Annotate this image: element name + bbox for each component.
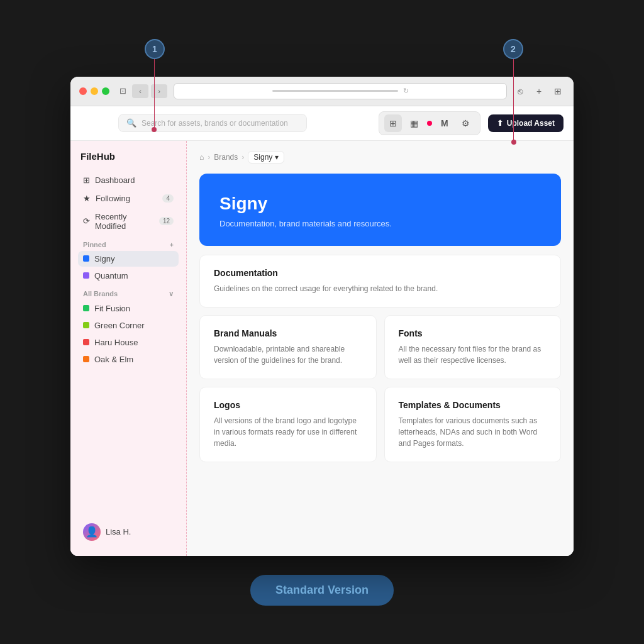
maximize-button[interactable] bbox=[102, 87, 109, 95]
pinned-section-header: Pinned + bbox=[78, 236, 179, 251]
hero-subtitle: Documentation, brand materials and resou… bbox=[219, 219, 541, 228]
recently-modified-icon: ⟳ bbox=[83, 216, 90, 226]
sidebar-item-signy[interactable]: Signy bbox=[78, 251, 179, 267]
upload-label: Upload Asset bbox=[507, 119, 555, 128]
browser-window: ⊡ ‹ › ↻ ⎋ + ⊞ 🔍 Search for assets, brand… bbox=[70, 77, 574, 556]
haru-house-dot bbox=[83, 339, 89, 345]
breadcrumb: ⌂ › Brands › Signy ▾ bbox=[199, 151, 561, 164]
upload-icon: ⬆ bbox=[497, 119, 503, 128]
search-placeholder: Search for assets, brands or documentati… bbox=[142, 119, 288, 128]
breadcrumb-sep-1: › bbox=[208, 153, 210, 162]
main-content: ⌂ › Brands › Signy ▾ Signy Documentation… bbox=[187, 141, 574, 556]
address-bar[interactable]: ↻ bbox=[174, 83, 507, 99]
breadcrumb-brands[interactable]: Brands bbox=[214, 153, 238, 162]
minimize-button[interactable] bbox=[91, 87, 98, 95]
documentation-title: Documentation bbox=[214, 268, 547, 278]
documentation-desc: Guidelines on the correct usage for ever… bbox=[214, 283, 547, 294]
standard-version-label: Standard Version bbox=[275, 584, 369, 596]
fonts-title: Fonts bbox=[399, 328, 547, 338]
user-avatar-img: 👤 bbox=[86, 526, 98, 538]
brand-manuals-desc: Downloadable, printable and shareable ve… bbox=[214, 343, 362, 366]
sidebar-item-following[interactable]: ★ Following 4 bbox=[78, 190, 179, 207]
cards-row-2: Logos All versions of the brand logo and… bbox=[199, 387, 561, 462]
documentation-card[interactable]: Documentation Guidelines on the correct … bbox=[199, 255, 561, 308]
sidebar-item-green-corner[interactable]: Green Corner bbox=[78, 318, 179, 333]
fit-fusion-label: Fit Fusion bbox=[94, 304, 130, 313]
breadcrumb-current[interactable]: Signy ▾ bbox=[248, 151, 284, 164]
medium-icon-button[interactable]: M bbox=[436, 114, 453, 132]
user-profile[interactable]: 👤 Lisa H. bbox=[78, 518, 179, 546]
green-corner-dot bbox=[83, 322, 89, 328]
home-icon[interactable]: ⌂ bbox=[199, 153, 204, 162]
sidebar-label-dashboard: Dashboard bbox=[95, 175, 135, 185]
back-button[interactable]: ‹ bbox=[132, 84, 148, 98]
hero-title: Signy bbox=[219, 194, 541, 214]
app-toolbar: 🔍 Search for assets, brands or documenta… bbox=[70, 106, 574, 141]
breadcrumb-dropdown-icon: ▾ bbox=[275, 153, 279, 162]
annotation-2: 2 bbox=[503, 39, 523, 59]
search-icon: 🔍 bbox=[126, 118, 136, 128]
sidebar-item-quantum[interactable]: Quantum bbox=[78, 268, 179, 284]
sidebar-toggle-icon[interactable]: ⊡ bbox=[116, 84, 130, 98]
sidebar-item-haru-house[interactable]: Haru House bbox=[78, 335, 179, 350]
url-text bbox=[272, 90, 398, 92]
user-name: Lisa H. bbox=[106, 527, 131, 536]
all-brands-section-header: All Brands ∨ bbox=[78, 285, 179, 301]
sidebar-item-oak-elm[interactable]: Oak & Elm bbox=[78, 352, 179, 367]
fit-fusion-dot bbox=[83, 305, 89, 311]
hero-card: Signy Documentation, brand materials and… bbox=[199, 174, 561, 246]
filter-button[interactable]: ▦ bbox=[406, 114, 423, 132]
app-logo: FileHub bbox=[78, 151, 179, 162]
breadcrumb-current-label: Signy bbox=[253, 153, 272, 162]
templates-title: Templates & Documents bbox=[399, 400, 547, 410]
search-bar[interactable]: 🔍 Search for assets, brands or documenta… bbox=[118, 114, 307, 132]
dashboard-icon: ⊞ bbox=[83, 175, 90, 185]
traffic-lights bbox=[79, 87, 109, 95]
sidebar-item-recently-modified[interactable]: ⟳ Recently Modified 12 bbox=[78, 208, 179, 235]
sidebar-item-dashboard[interactable]: ⊞ Dashboard bbox=[78, 172, 179, 189]
fonts-desc: All the necessary font files for the bra… bbox=[399, 343, 547, 366]
options-button[interactable]: ⚙ bbox=[457, 114, 475, 132]
extensions-button[interactable]: ⊞ bbox=[551, 84, 565, 98]
all-brands-label: All Brands bbox=[83, 290, 118, 297]
app-layout: FileHub ⊞ Dashboard ★ Following 4 ⟳ Rece… bbox=[70, 141, 574, 556]
forward-button[interactable]: › bbox=[151, 84, 167, 98]
sidebar-item-fit-fusion[interactable]: Fit Fusion bbox=[78, 301, 179, 316]
brand-manuals-title: Brand Manuals bbox=[214, 328, 362, 338]
pinned-label: Pinned bbox=[83, 241, 106, 248]
standard-version-button[interactable]: Standard Version bbox=[250, 575, 394, 606]
following-badge: 4 bbox=[162, 194, 174, 203]
toolbar-filter-group: ⊞ ▦ M ⚙ bbox=[379, 111, 480, 135]
recently-modified-badge: 12 bbox=[159, 217, 174, 225]
share-button[interactable]: ⎋ bbox=[513, 84, 527, 98]
collapse-icon[interactable]: ∨ bbox=[169, 290, 174, 298]
sidebar-label-recently-modified: Recently Modified bbox=[95, 212, 154, 231]
brand-manuals-card[interactable]: Brand Manuals Downloadable, printable an… bbox=[199, 315, 377, 379]
fonts-card[interactable]: Fonts All the necessary font files for t… bbox=[384, 315, 562, 379]
following-icon: ★ bbox=[83, 194, 91, 203]
logos-card[interactable]: Logos All versions of the brand logo and… bbox=[199, 387, 377, 462]
sidebar: FileHub ⊞ Dashboard ★ Following 4 ⟳ Rece… bbox=[70, 141, 187, 556]
signy-label: Signy bbox=[94, 254, 115, 264]
breadcrumb-sep-2: › bbox=[242, 153, 244, 162]
green-corner-label: Green Corner bbox=[94, 321, 144, 330]
notification-dot bbox=[427, 121, 432, 126]
browser-actions: ⎋ + ⊞ bbox=[513, 84, 565, 98]
add-pinned-icon[interactable]: + bbox=[170, 241, 174, 248]
sidebar-label-following: Following bbox=[96, 194, 130, 203]
quantum-label: Quantum bbox=[94, 271, 128, 280]
new-tab-button[interactable]: + bbox=[532, 84, 546, 98]
annotation-1: 1 bbox=[145, 39, 165, 59]
grid-view-button[interactable]: ⊞ bbox=[384, 114, 402, 132]
templates-desc: Templates for various documents such as … bbox=[399, 415, 547, 449]
logos-title: Logos bbox=[214, 400, 362, 410]
templates-card[interactable]: Templates & Documents Templates for vari… bbox=[384, 387, 562, 462]
quantum-dot bbox=[83, 272, 89, 279]
upload-asset-button[interactable]: ⬆ Upload Asset bbox=[488, 114, 564, 132]
logos-desc: All versions of the brand logo and logot… bbox=[214, 415, 362, 449]
haru-house-label: Haru House bbox=[94, 338, 138, 347]
oak-elm-dot bbox=[83, 356, 89, 362]
signy-dot bbox=[83, 255, 89, 262]
close-button[interactable] bbox=[79, 87, 87, 95]
user-avatar: 👤 bbox=[83, 523, 101, 541]
